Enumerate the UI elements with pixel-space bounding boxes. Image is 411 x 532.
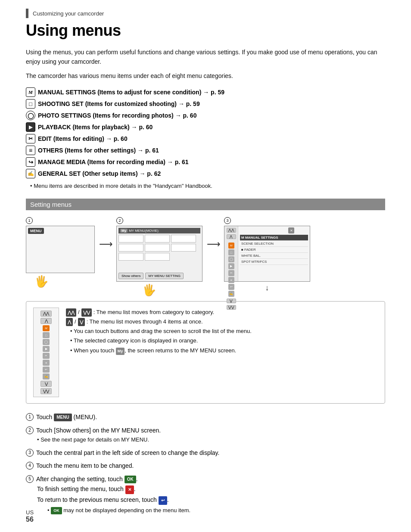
instr-icon-edit: ✂ [43, 353, 50, 359]
arrow-2: ⟶ [207, 239, 221, 250]
step-item-5: 5 After changing the setting, touch OK. … [26, 474, 385, 515]
sidebar-icon-photo: ◯ [228, 256, 234, 262]
sidebar-icon-others: ≡ [228, 277, 234, 283]
step-item-1: 1 Touch MENU (MENU). [26, 412, 385, 422]
step-item-3: 3 Touch the central part in the left sid… [26, 448, 385, 457]
cat-item-manual: M MANUAL SETTINGS (Items to adjust for s… [26, 87, 385, 97]
instr-icon-general: ✍ [43, 373, 50, 380]
step3-screen: ⋀⋀ ⋀ M □ ◯ ▶ ✂ ≡ ↩ ✍ ⋁ ⋁⋁ [224, 226, 310, 282]
page: Customizing your camcorder Using menus U… [0, 0, 411, 532]
fast-down-icon-instr: ⋁⋁ [81, 308, 92, 317]
menu-item-scene-sel: SCENE SELECTION [240, 241, 308, 247]
hand-icon-2: 🖐 [142, 283, 156, 297]
instr-icon-others: ≡ [43, 360, 50, 366]
my-menu-title: My MY MENU(MOVIE) [118, 228, 200, 233]
my-btn-inline: My [116, 348, 125, 355]
instruction-text-block: ⋀⋀ / ⋁⋁ : The menu list moves from categ… [66, 308, 378, 397]
step5-line-finish: To finish setting the menu, touch ✕. [37, 484, 190, 495]
step5-line-return: To return to the previous menu screen, t… [37, 495, 190, 505]
screen3-menu-panel: ✕ M MANUAL SETTINGS SCENE SELECTION ■ FA… [238, 226, 310, 281]
my-menu-setting-btn: MY MENU SETTING [145, 273, 184, 279]
steps-list: 1 Touch MENU (MENU). 2 Touch [Show other… [26, 412, 385, 515]
slot-1 [118, 235, 143, 243]
instr-nav-up-fast: ⋀⋀ [40, 311, 52, 317]
cat-label-manage: MANAGE MEDIA (Items for recording media)… [38, 159, 189, 165]
my-tag: My [120, 229, 128, 233]
cat-label-others: OTHERS (Items for other settings) → p. 6… [38, 147, 159, 154]
cat-item-edit: ✂ EDIT (Items for editing) → p. 60 [26, 134, 385, 143]
slot-8 [145, 253, 170, 261]
step4-text: Touch the menu item to be changed. [36, 461, 385, 470]
manage-media-icon: ↩ [26, 157, 35, 167]
step2-circle: 2 [116, 217, 123, 224]
instr-icon-shoot: □ [43, 332, 50, 338]
cat-item-photo: ◯ PHOTO SETTINGS (Items for recording ph… [26, 111, 385, 120]
step5-num: 5 [26, 475, 34, 483]
sidebar-icon-manual: M [228, 243, 234, 249]
slot-2 [145, 235, 170, 243]
cat-icons-sidebar: M □ ◯ ▶ ✂ ≡ ↩ ✍ [228, 243, 234, 297]
slot-5 [145, 244, 170, 252]
instruction-box: ⋀⋀ ⋀ M □ ◯ ▶ ✂ ≡ ↩ ✍ ⋁ ⋁⋁ ⋀⋀ / ⋁⋁ : The … [26, 301, 385, 404]
photo-settings-icon: ◯ [26, 111, 35, 120]
step2-sub: See the next page for details on MY MENU… [37, 435, 149, 445]
breadcrumb: Customizing your camcorder [26, 9, 385, 18]
menu-btn-step1: MENU [54, 414, 72, 421]
cat-item-others: ≡ OTHERS (Items for other settings) → p.… [26, 146, 385, 155]
page-number: 56 [26, 516, 34, 523]
edit-icon: ✂ [26, 134, 35, 143]
instr-icon-manage: ↩ [43, 367, 50, 373]
shooting-set-icon: □ [26, 99, 35, 109]
step5-sub-lines: To finish setting the menu, touch ✕. To … [37, 484, 190, 515]
cat-label-general: GENERAL SET (Other setup items) → p. 62 [38, 170, 161, 177]
slot-row-1 [118, 235, 200, 243]
instr-icon-m: M [43, 325, 50, 331]
slot-4 [118, 244, 143, 252]
cat-item-shooting: □ SHOOTING SET (Items for customized sho… [26, 99, 385, 109]
instr-icon-play: ▶ [43, 346, 50, 352]
instr-bullet-3: When you touch My, the screen returns to… [70, 346, 378, 355]
instr-line-1: ⋀⋀ / ⋁⋁ : The menu list moves from categ… [66, 308, 378, 317]
back-btn-step5: ↩ [159, 496, 167, 505]
breadcrumb-accent [26, 9, 28, 18]
sidebar-icon-edit: ✂ [228, 270, 234, 276]
step2-num: 2 [26, 426, 34, 434]
step1-screen: MENU [26, 226, 95, 273]
instr-nav-down-fast: ⋁⋁ [40, 388, 52, 394]
instruction-sidebar-visual: ⋀⋀ ⋀ M □ ◯ ▶ ✂ ≡ ↩ ✍ ⋁ ⋁⋁ [33, 308, 59, 397]
x-btn-step5: ✕ [125, 485, 134, 494]
menu-categories: M MANUAL SETTINGS (Items to adjust for s… [26, 87, 385, 178]
sidebar-icon-playback: ▶ [228, 263, 234, 269]
arrow-1: ⟶ [99, 239, 113, 250]
instr-line-2: ⋀ / ⋁ : The menu list moves through 4 it… [66, 317, 378, 327]
instr-cat-icons: M □ ◯ ▶ ✂ ≡ ↩ ✍ [43, 325, 50, 380]
general-set-icon: ✍ [26, 169, 35, 178]
nav-up: ⋀ [227, 234, 236, 239]
section-header: Setting menus [26, 199, 385, 210]
diagram-area: 1 MENU 🖐 ⟶ 2 My MY MENU(MOVIE) [26, 217, 385, 297]
menu-item-white-bal: WHITE BAL. [240, 253, 308, 259]
down-icon-instr: ⋁ [78, 318, 85, 326]
sidebar-icon-manage: ↩ [228, 284, 234, 290]
footer-locale: US [26, 509, 34, 516]
nav-up-fast: ⋀⋀ [227, 228, 236, 233]
instr-icon-photo: ◯ [43, 339, 50, 345]
step1-num: 1 [26, 413, 34, 421]
breadcrumb-text: Customizing your camcorder [33, 10, 104, 17]
step3-circle: 3 [224, 217, 231, 224]
arrow-down: ↓ [224, 283, 310, 292]
step4-num: 4 [26, 462, 34, 470]
screen2-buttons: Show others MY MENU SETTING [118, 273, 184, 279]
intro-para-1: Using the menus, you can perform useful … [26, 47, 385, 67]
menu-item-fader: ■ FADER [240, 247, 308, 253]
step3-text: Touch the central part in the left side … [36, 448, 385, 457]
instr-bullet-1: You can touch buttons and drag the scree… [70, 327, 378, 336]
cat-note: Menu items are described in more details… [30, 183, 385, 189]
cat-label-playback: PLAYBACK (Items for playback) → p. 60 [38, 124, 153, 131]
step3-num: 3 [26, 449, 34, 457]
cat-item-manage-media: ↩ MANAGE MEDIA (Items for recording medi… [26, 157, 385, 167]
slot-row-2 [118, 244, 200, 252]
cat-item-playback: ▶ PLAYBACK (Items for playback) → p. 60 [26, 122, 385, 132]
instr-nav-up: ⋀ [40, 318, 52, 324]
cat-label-manual: MANUAL SETTINGS (Items to adjust for sce… [38, 89, 224, 96]
